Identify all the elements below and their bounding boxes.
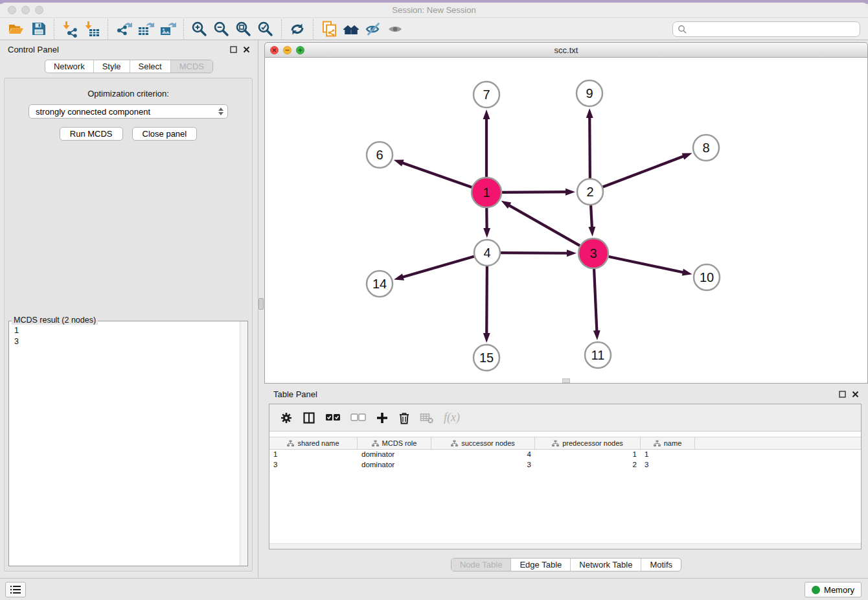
svg-text:4: 4: [483, 246, 490, 260]
table-cell: 2: [535, 460, 641, 470]
graph-node-9[interactable]: 9: [577, 80, 602, 106]
mcds-result-text: 1 3: [9, 321, 247, 351]
graph-node-1[interactable]: 1: [472, 178, 501, 207]
main-toolbar: [0, 18, 868, 40]
export-image-icon[interactable]: [157, 19, 179, 39]
graph-edge-2-3[interactable]: [588, 205, 595, 237]
export-network-icon[interactable]: [113, 19, 135, 39]
apply-layout-icon[interactable]: [286, 19, 308, 39]
memory-button[interactable]: Memory: [805, 582, 862, 597]
table-panel-title: Table Panel: [273, 389, 317, 399]
graph-edge-1-7[interactable]: [483, 110, 490, 177]
tab-select[interactable]: Select: [130, 60, 170, 73]
table-tab-motifs[interactable]: Motifs: [641, 559, 681, 571]
graph-edge-1-6[interactable]: [394, 160, 472, 188]
graph-node-4[interactable]: 4: [474, 240, 500, 266]
zoom-in-icon[interactable]: [188, 19, 211, 39]
import-table-icon[interactable]: [81, 19, 103, 39]
float-table-panel-icon[interactable]: [839, 391, 846, 398]
zoom-selected-icon[interactable]: [255, 19, 277, 39]
view-splitter-handle[interactable]: [562, 378, 570, 383]
close-table-panel-icon[interactable]: [852, 391, 859, 398]
graph-edge-2-8[interactable]: [603, 153, 692, 187]
delete-column-trash-icon[interactable]: [398, 410, 410, 426]
hide-selected-icon[interactable]: [362, 19, 384, 39]
save-session-icon[interactable]: [27, 19, 49, 39]
graph-node-8[interactable]: 8: [693, 135, 719, 161]
svg-text:2: 2: [586, 185, 593, 199]
zoom-out-icon[interactable]: [211, 19, 233, 39]
graph-node-15[interactable]: 15: [474, 345, 499, 371]
delete-table-icon[interactable]: [420, 410, 434, 426]
table-cell: dominator: [358, 460, 431, 470]
float-panel-icon[interactable]: [230, 46, 237, 53]
close-panel-button[interactable]: Close panel: [132, 127, 198, 141]
graph-edge-3-1[interactable]: [501, 201, 580, 246]
graph-edge-1-4[interactable]: [483, 208, 490, 238]
tab-network[interactable]: Network: [45, 60, 93, 73]
table-tab-node-table[interactable]: Node Table: [451, 559, 511, 571]
home-icon[interactable]: [340, 19, 362, 39]
show-all-icon[interactable]: [384, 19, 406, 39]
table-settings-gear-icon[interactable]: [280, 410, 293, 426]
tab-style[interactable]: Style: [93, 60, 130, 73]
select-all-icon[interactable]: [325, 410, 341, 426]
table-cell: 3: [269, 460, 358, 470]
network-canvas[interactable]: 7968124314101511: [264, 58, 868, 384]
table-row[interactable]: 1dominator411: [269, 450, 861, 460]
mcds-result-box: MCDS result (2 nodes) 1 3: [8, 321, 248, 566]
graph-node-10[interactable]: 10: [694, 264, 720, 290]
column-header-MCDS-role[interactable]: MCDS role: [358, 437, 431, 449]
memory-status-icon: [812, 586, 820, 594]
run-mcds-button[interactable]: Run MCDS: [60, 127, 123, 141]
column-header-predecessor-nodes[interactable]: predecessor nodes: [535, 437, 641, 449]
graph-node-7[interactable]: 7: [474, 82, 499, 108]
svg-text:14: 14: [372, 277, 387, 291]
graph-node-11[interactable]: 11: [585, 342, 611, 368]
close-panel-icon[interactable]: [243, 46, 250, 53]
optimization-criterion-label: Optimization criterion:: [5, 89, 252, 98]
criterion-select[interactable]: strongly connected component: [29, 104, 228, 119]
function-builder-icon[interactable]: f(x): [444, 410, 460, 426]
clone-network-icon[interactable]: [318, 19, 340, 39]
table-tab-edge-table[interactable]: Edge Table: [510, 559, 570, 571]
table-cell: 3: [641, 460, 695, 470]
graph-edge-2-9[interactable]: [586, 108, 593, 178]
export-table-icon[interactable]: [135, 19, 157, 39]
graph-node-3[interactable]: 3: [578, 238, 608, 268]
deselect-all-icon[interactable]: [350, 410, 366, 426]
graph-node-6[interactable]: 6: [367, 142, 393, 168]
graph-edge-3-10[interactable]: [608, 257, 692, 275]
show-columns-icon[interactable]: [303, 410, 315, 426]
graph-node-14[interactable]: 14: [367, 271, 393, 297]
task-history-button[interactable]: [5, 582, 26, 597]
memory-label: Memory: [824, 585, 854, 595]
graph-edge-4-3[interactable]: [501, 249, 577, 257]
session-title: Session: New Session: [0, 5, 868, 15]
open-session-icon[interactable]: [5, 19, 27, 39]
import-network-icon[interactable]: [59, 19, 81, 39]
graph-edge-4-14[interactable]: [394, 257, 474, 281]
graph-edge-1-2[interactable]: [502, 189, 575, 196]
table-scrollbar[interactable]: [269, 543, 861, 549]
add-column-icon[interactable]: [376, 410, 389, 426]
column-header-name[interactable]: name: [641, 437, 695, 449]
column-header-successor-nodes[interactable]: successor nodes: [431, 437, 535, 449]
search-input[interactable]: [690, 25, 855, 34]
svg-text:7: 7: [483, 87, 490, 102]
table-cell: 3: [431, 460, 535, 470]
select-stepper-icon: [218, 108, 223, 115]
graph-node-2[interactable]: 2: [577, 179, 603, 205]
table-cell: 1: [641, 450, 695, 460]
search-field[interactable]: [672, 21, 860, 37]
svg-text:6: 6: [376, 148, 383, 162]
zoom-fit-icon[interactable]: [233, 19, 255, 39]
tab-mcds[interactable]: MCDS: [170, 60, 212, 73]
column-header-shared-name[interactable]: shared name: [269, 437, 358, 449]
graph-edge-4-15[interactable]: [483, 266, 490, 343]
panel-splitter-handle[interactable]: [258, 298, 264, 310]
table-tab-network-table[interactable]: Network Table: [570, 559, 641, 571]
graph-edge-3-11[interactable]: [593, 269, 600, 340]
table-row[interactable]: 3dominator323: [269, 460, 861, 470]
result-scrollbar[interactable]: [240, 321, 247, 566]
